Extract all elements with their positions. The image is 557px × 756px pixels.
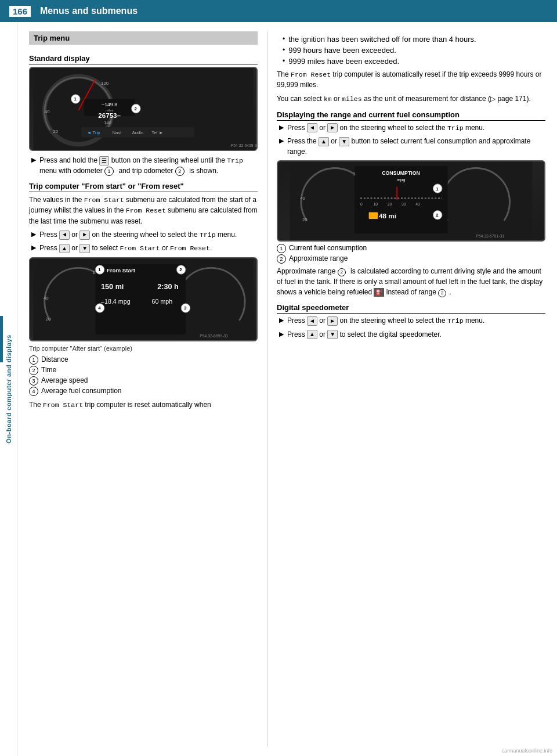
svg-text:3: 3 (184, 306, 187, 311)
standard-display-image: 20 40 120 140 1 –149.8 miles 26753– (29, 67, 258, 151)
svg-text:2: 2 (179, 267, 182, 272)
legend-r2: 2 Approximate range (277, 254, 545, 264)
press-d2-text: Press ▲ or ▼ to select the digital speed… (287, 330, 442, 340)
svg-text:48 mi: 48 mi (379, 212, 396, 219)
arrow-icon-r2: ▶ (279, 137, 284, 145)
svg-text:40: 40 (45, 109, 50, 114)
standard-display-title: Standard display (29, 54, 258, 64)
digital-speedo-title: Digital speedometer (277, 303, 545, 314)
press-d2: ▶ Press ▲ or ▼ to select the digital spe… (277, 330, 545, 340)
press-hold-item: ▶ Press and hold the ☰ button on the ste… (29, 156, 258, 176)
svg-text:20: 20 (388, 202, 392, 206)
svg-text:26753–: 26753– (98, 111, 121, 119)
approx-range-desc: Approximate range 2 is calculated accord… (277, 266, 545, 297)
up-btn-d2: ▲ (307, 330, 317, 339)
press-hold-text: Press and hold the ☰ button on the steer… (39, 156, 258, 176)
legend-3: 3 Average speed (29, 376, 258, 386)
press-ud-1: ▶ Press ▲ or ▼ to select From Start or F… (29, 243, 258, 254)
svg-text:Audio: Audio (132, 130, 144, 135)
legend-num-3: 3 (29, 376, 38, 386)
dashboard-svg: 20 40 120 140 1 –149.8 miles 26753– (30, 68, 256, 150)
arrow-icon-3: ▶ (31, 244, 36, 251)
page-layout: On-board computer and displays Trip menu… (0, 22, 557, 756)
svg-rect-56 (369, 212, 378, 219)
bullet-1: • the ignition has been switched off for… (277, 35, 545, 44)
arrow-icon: ▶ (31, 156, 36, 164)
svg-text:30: 30 (402, 202, 406, 206)
svg-text:P54.32-6699-31: P54.32-6699-31 (200, 334, 228, 338)
trip-computer-desc: The values in the From Start submenu are… (29, 195, 258, 226)
trip-computer-title: Trip computer "From start" or "From rese… (29, 182, 258, 192)
page-title: Menus and submenus (40, 6, 138, 16)
down-btn-r2: ▼ (339, 137, 349, 146)
legend-2: 2 Time (29, 366, 258, 375)
sidebar: On-board computer and displays (0, 22, 17, 756)
svg-text:40: 40 (44, 296, 49, 301)
legend-r1: 1 Current fuel consumption (277, 244, 545, 253)
from-reset-auto-text: The From Reset trip computer is automati… (277, 69, 545, 90)
legend-4: 4 Average fuel consumption (29, 387, 258, 396)
legend-num-1: 1 (29, 355, 38, 365)
svg-text:P54.32-6701-31: P54.32-6701-31 (476, 234, 504, 238)
svg-text:◄ Trip: ◄ Trip (87, 130, 100, 135)
down-btn-d2: ▼ (327, 330, 338, 339)
svg-text:10: 10 (373, 202, 378, 206)
svg-text:Tel ►: Tel ► (152, 130, 164, 135)
svg-text:0: 0 (360, 202, 363, 206)
svg-text:20: 20 (46, 316, 51, 322)
svg-text:From Start: From Start (107, 267, 136, 273)
trip-svg: 20 40 120 1 From Start 2 150 mi (30, 258, 256, 340)
up-button: ▲ (59, 244, 70, 253)
arrow-icon-2: ▶ (31, 231, 36, 238)
svg-text:CONSUMPTION: CONSUMPTION (382, 170, 420, 176)
press-r2-text: Press the ▲ or ▼ button to select curren… (287, 136, 545, 157)
consumption-svg: 20 40 120 CONSUMPTION mpg 0 10 20 30 40 (278, 161, 544, 240)
left-btn-r1: ◄ (307, 123, 317, 132)
svg-text:60 mph: 60 mph (152, 298, 173, 305)
left-btn-d1: ◄ (307, 316, 317, 326)
legend-num-r1: 1 (277, 244, 286, 253)
legend-num-r2: 2 (277, 254, 286, 264)
trip-computer-image: 20 40 120 1 From Start 2 150 mi (29, 257, 258, 341)
header-bar: 166 Menus and submenus (0, 0, 557, 22)
svg-text:P54.32-6439-31: P54.32-6439-31 (231, 143, 256, 147)
svg-text:40: 40 (300, 196, 305, 201)
main-content: Trip menu Standard display (17, 22, 557, 756)
up-btn-r2: ▲ (319, 137, 329, 146)
press-d1-text: Press ◄ or ► on the steering wheel to se… (287, 316, 484, 326)
svg-text:120: 120 (101, 81, 109, 86)
consumption-image: 20 40 120 CONSUMPTION mpg 0 10 20 30 40 (277, 160, 545, 242)
svg-text:Navi: Navi (113, 130, 122, 135)
press-r1: ▶ Press ◄ or ► on the steering wheel to … (277, 123, 545, 134)
legend-num-2: 2 (29, 366, 38, 375)
press-r2: ▶ Press the ▲ or ▼ button to select curr… (277, 136, 545, 157)
left-column: Trip menu Standard display (17, 31, 267, 747)
svg-text:20: 20 (302, 217, 308, 222)
menu-button-icon: ☰ (99, 156, 109, 165)
press-ud-text-1: Press ▲ or ▼ to select From Start or Fro… (39, 243, 212, 254)
page-number: 166 (9, 6, 31, 17)
svg-text:1: 1 (98, 267, 101, 272)
bullet-icon-1: • (283, 35, 285, 43)
arrow-icon-d2: ▶ (279, 330, 284, 338)
press-lr-text-1: Press ◄ or ► on the steering wheel to se… (39, 230, 237, 240)
right-button: ► (79, 231, 90, 240)
svg-text:4: 4 (98, 306, 101, 311)
bullet-2: • 999 hours have been exceeded. (277, 46, 545, 55)
bullet-icon-2: • (283, 46, 285, 54)
display-range-title: Displaying the range and current fuel co… (277, 110, 545, 121)
from-start-auto-reset-text: The From Start trip computer is reset au… (29, 399, 258, 410)
svg-text:2:30 h: 2:30 h (157, 283, 179, 291)
svg-text:–18.4 mpg: –18.4 mpg (101, 298, 131, 305)
left-button: ◄ (59, 231, 70, 240)
svg-text:20: 20 (53, 129, 58, 134)
arrow-icon-r1: ▶ (279, 124, 284, 131)
svg-text:1: 1 (74, 96, 77, 102)
svg-text:mpg: mpg (396, 177, 405, 182)
bullet-3: • 9999 miles have been exceeded. (277, 57, 545, 66)
svg-text:1: 1 (436, 186, 439, 191)
right-btn-d1: ► (327, 316, 338, 326)
right-btn-r1: ► (327, 123, 338, 132)
svg-text:140: 140 (104, 120, 112, 125)
press-d1: ▶ Press ◄ or ► on the steering wheel to … (277, 316, 545, 326)
